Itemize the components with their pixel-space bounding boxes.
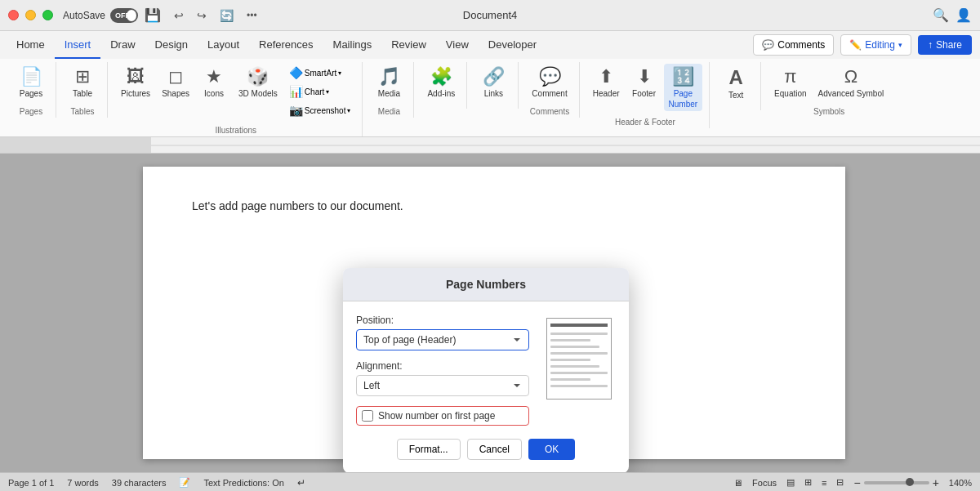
tab-view[interactable]: View (436, 32, 479, 59)
page-numbers-dialog: Page Numbers Position: Top of page (Head… (343, 268, 629, 472)
tab-references[interactable]: References (249, 32, 323, 59)
focus-label[interactable]: Focus (752, 478, 777, 488)
view-icon-2[interactable]: ⊞ (804, 477, 812, 488)
titlebar: AutoSave OFF 💾 ↩ ↪ 🔄 ••• Document4 🔍 👤 (0, 0, 980, 31)
links-button[interactable]: 🔗 Links (475, 64, 511, 100)
icons-icon: ★ (206, 66, 222, 87)
show-first-page-row: Show number on first page (356, 406, 529, 426)
comment-icon: 💬 (762, 39, 774, 51)
save-icon[interactable]: 💾 (145, 7, 161, 23)
traffic-lights (8, 10, 53, 20)
comments-button[interactable]: 💬 Comments (753, 34, 834, 56)
document-text[interactable]: Let's add page numbers to our document. (192, 199, 796, 212)
zoom-controls: − + (853, 476, 938, 489)
ribbon-header: Home Insert Draw Design Layout Reference… (0, 31, 980, 59)
smartart-icon: 🔷 (289, 66, 303, 79)
smartart-button[interactable]: 🔷 SmartArt ▾ (284, 64, 356, 82)
tab-layout[interactable]: Layout (198, 32, 249, 59)
pages-button[interactable]: 📄 Pages (13, 64, 49, 100)
screenshot-button[interactable]: 📷 Screenshot ▾ (284, 101, 356, 119)
3d-models-button[interactable]: 🎲 3D Models (234, 64, 283, 100)
tab-home[interactable]: Home (7, 32, 55, 59)
close-button[interactable] (8, 10, 19, 20)
zoom-slider[interactable] (864, 481, 929, 484)
position-label: Position: (356, 315, 529, 326)
undo-icon[interactable]: ↩ (174, 9, 184, 22)
fullscreen-button[interactable] (42, 10, 53, 20)
screenshot-chevron-icon: ▾ (347, 107, 350, 114)
autosave-toggle[interactable]: OFF (110, 8, 138, 23)
autosave-area: AutoSave OFF (63, 8, 138, 23)
page-preview-area (542, 315, 616, 435)
shapes-button[interactable]: ◻ Shapes (157, 64, 194, 100)
screenshot-icon: 📷 (289, 104, 303, 117)
dialog-content: Position: Top of page (Header) Bottom of… (356, 315, 616, 435)
text-button[interactable]: A Text (718, 64, 754, 102)
tab-review[interactable]: Review (381, 32, 436, 59)
tab-design[interactable]: Design (145, 32, 198, 59)
addins-icon: 🧩 (430, 66, 452, 87)
icons-button[interactable]: ★ Icons (196, 64, 232, 100)
autosave-status-icon: 🔄 (220, 9, 234, 22)
search-icon[interactable]: 🔍 (933, 7, 949, 23)
spelling-icon[interactable]: 📝 (179, 477, 190, 488)
more-icon[interactable]: ••• (247, 10, 257, 21)
share-icon: ↑ (928, 39, 933, 51)
comment-ribbon-button[interactable]: 💬 Comment (527, 64, 572, 100)
preview-line-8 (550, 378, 590, 381)
tab-mailings[interactable]: Mailings (323, 32, 382, 59)
tab-insert[interactable]: Insert (55, 32, 101, 59)
show-first-page-label: Show number on first page (378, 410, 495, 422)
ruler-svg (151, 137, 980, 154)
group-hf-items: ⬆ Header ⬇ Footer 🔢 Page Number (588, 64, 702, 111)
titlebar-actions: 💾 ↩ ↪ 🔄 ••• (145, 7, 257, 23)
zoom-level: 140% (949, 478, 972, 488)
show-first-page-checkbox[interactable] (362, 410, 373, 422)
format-button[interactable]: Format... (397, 439, 461, 460)
advanced-symbol-button[interactable]: Ω Advanced Symbol (813, 64, 889, 100)
group-links: 🔗 Links (469, 62, 519, 109)
view-layout-icon[interactable]: ▤ (786, 477, 795, 488)
tab-developer[interactable]: Developer (479, 32, 546, 59)
cancel-button[interactable]: Cancel (467, 439, 522, 460)
group-addins: 🧩 Add-ins (416, 62, 467, 109)
minimize-button[interactable] (25, 10, 36, 20)
footer-button[interactable]: ⬇ Footer (626, 64, 662, 100)
preview-line-6 (550, 365, 599, 368)
pictures-button[interactable]: 🖼 Pictures (116, 64, 155, 100)
zoom-minus-button[interactable]: − (853, 476, 860, 489)
profile-icon[interactable]: 👤 (956, 7, 972, 23)
redo-icon[interactable]: ↪ (197, 9, 207, 22)
view-icon-4[interactable]: ⊟ (836, 477, 844, 488)
table-button[interactable]: ⊞ Table (65, 64, 100, 100)
symbols-group-label: Symbols (813, 104, 844, 116)
media-button[interactable]: 🎵 Media (371, 64, 407, 100)
tab-draw[interactable]: Draw (100, 32, 145, 59)
share-button[interactable]: ↑ Share (918, 35, 972, 55)
zoom-plus-button[interactable]: + (933, 476, 939, 489)
equation-button[interactable]: π Equation (769, 64, 811, 100)
preview-line-2 (550, 339, 590, 341)
alignment-label: Alignment: (356, 360, 529, 372)
header-button[interactable]: ⬆ Header (588, 64, 625, 100)
toggle-state-label: OFF (115, 11, 130, 20)
smartart-chevron-icon: ▾ (338, 69, 341, 77)
word-count: 7 words (67, 478, 99, 488)
text-icon: A (728, 66, 742, 89)
ok-button[interactable]: OK (528, 439, 575, 460)
pictures-icon: 🖼 (127, 66, 145, 87)
addins-button[interactable]: 🧩 Add-ins (422, 64, 460, 100)
view-icon-3[interactable]: ≡ (822, 478, 826, 488)
ribbon-tabs: Home Insert Draw Design Layout Reference… (0, 32, 745, 59)
autosave-label: AutoSave (63, 10, 105, 21)
group-illustrations-items: 🖼 Pictures ◻ Shapes ★ Icons 🎲 3D Models … (116, 64, 355, 119)
preview-line-5 (550, 359, 590, 361)
page-number-button[interactable]: 🔢 Page Number (664, 64, 703, 111)
chart-button[interactable]: 📊 Chart ▾ (284, 83, 356, 100)
dialog-title: Page Numbers (343, 268, 629, 301)
group-media-items: 🎵 Media (371, 64, 407, 100)
alignment-select[interactable]: Left Center Right Inside Outside (356, 375, 529, 396)
position-select[interactable]: Top of page (Header) Bottom of page (Foo… (356, 329, 529, 350)
3dmodels-icon: 🎲 (247, 66, 269, 87)
editing-button[interactable]: ✏️ Editing ▾ (840, 34, 911, 56)
